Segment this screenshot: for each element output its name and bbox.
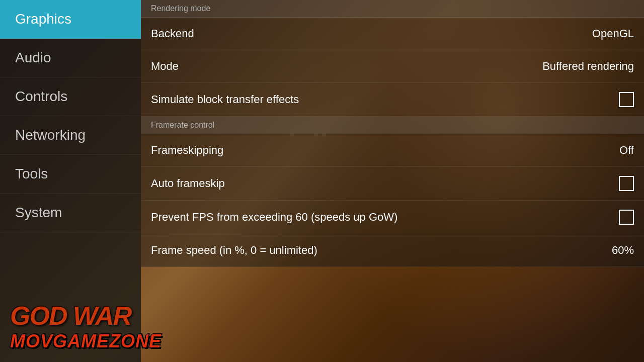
setting-frame-speed[interactable]: Frame speed (in %, 0 = unlimited) 60% [141, 234, 644, 267]
setting-mode-label: Mode [151, 60, 179, 73]
sidebar-item-graphics[interactable]: Graphics [0, 0, 141, 39]
sidebar-logo: GOD WAR MOVGAMEZONE [0, 296, 141, 362]
setting-auto-frameskip-checkbox[interactable] [619, 176, 634, 191]
setting-backend[interactable]: Backend OpenGL [141, 18, 644, 50]
setting-prevent-fps-label: Prevent FPS from exceeding 60 (speeds up… [151, 211, 397, 224]
setting-backend-value: OpenGL [592, 27, 634, 40]
setting-prevent-fps-checkbox[interactable] [619, 210, 634, 225]
sidebar: Graphics Audio Controls Networking Tools… [0, 0, 141, 362]
setting-sim-block-checkbox[interactable] [619, 92, 634, 107]
setting-auto-frameskip[interactable]: Auto frameskip [141, 167, 644, 201]
setting-frameskipping[interactable]: Frameskipping Off [141, 134, 644, 167]
sidebar-item-tools[interactable]: Tools [0, 155, 141, 194]
setting-backend-label: Backend [151, 27, 194, 40]
setting-mode[interactable]: Mode Buffered rendering [141, 50, 644, 83]
sidebar-item-controls[interactable]: Controls [0, 77, 141, 116]
settings-panel: Rendering mode Backend OpenGL Mode Buffe… [141, 0, 644, 362]
sidebar-item-networking[interactable]: Networking [0, 116, 141, 155]
section-rendering-mode-header: Rendering mode [141, 0, 644, 18]
setting-frameskipping-label: Frameskipping [151, 144, 223, 157]
setting-sim-block-label: Simulate block transfer effects [151, 93, 299, 106]
sidebar-item-audio[interactable]: Audio [0, 39, 141, 77]
setting-prevent-fps[interactable]: Prevent FPS from exceeding 60 (speeds up… [141, 201, 644, 234]
movgamezone-logo: MOVGAMEZONE [10, 331, 131, 352]
setting-mode-value: Buffered rendering [542, 60, 634, 73]
setting-sim-block[interactable]: Simulate block transfer effects [141, 83, 644, 117]
setting-frame-speed-value: 60% [612, 244, 634, 257]
setting-frame-speed-label: Frame speed (in %, 0 = unlimited) [151, 244, 317, 257]
section-framerate-header: Framerate control [141, 117, 644, 134]
gow-logo-text: GOD WAR [10, 301, 131, 331]
sidebar-item-system[interactable]: System [0, 194, 141, 232]
setting-frameskipping-value: Off [619, 144, 634, 157]
setting-auto-frameskip-label: Auto frameskip [151, 177, 225, 190]
